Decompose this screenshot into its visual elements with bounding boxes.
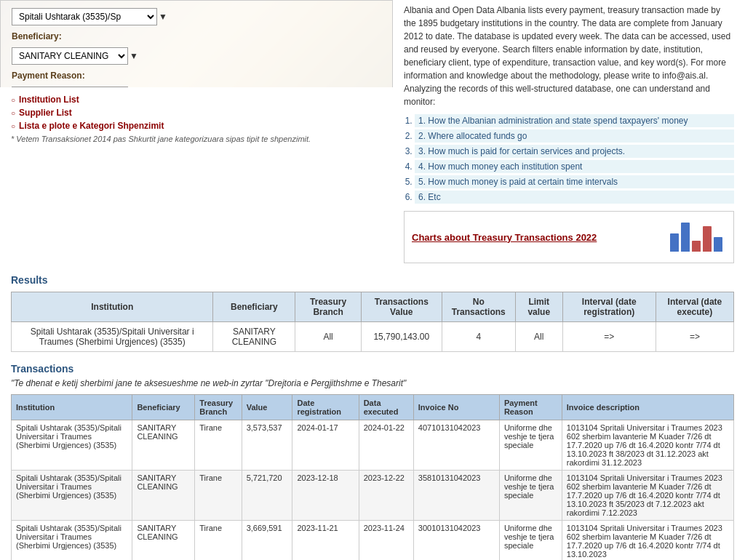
col-transactions-value: Transactions Value [361, 292, 442, 322]
col-treasury-branch: Treasury Branch [295, 292, 362, 322]
beneficiary-label: Beneficiary: [12, 31, 62, 41]
beneficiary-dropdown-icon: ▼ [130, 51, 138, 61]
result-value: 15,790,143.00 [361, 322, 442, 352]
supplier-list-link[interactable]: Supplier List [19, 108, 72, 118]
table-row: Spitali Ushtarak (3535)/Spitali Universi… [12, 420, 734, 471]
note-text: * Vetem Transaksionet 2014 pas Shkurtit … [11, 135, 382, 143]
col-interval-exec: Interval (date execute) [656, 292, 733, 322]
table-row: Spitali Ushtarak (3535)/Spitali Universi… [12, 471, 734, 521]
trans-col-invoice: Invoice No [413, 395, 499, 420]
col-interval-reg: Interval (date registration) [562, 292, 656, 322]
bullet-icon: ○ [11, 122, 15, 130]
chart-bar-1 [670, 233, 679, 252]
trans-institution: Spitali Ushtarak (3535)/Spitali Universi… [12, 420, 132, 471]
trans-invoice: 30010131042023 [413, 521, 499, 561]
right-panel: Albania and Open Data Albania lists ever… [393, 0, 745, 267]
trans-invoice: 35810131042023 [413, 471, 499, 521]
trans-date-reg: 2023-11-21 [292, 521, 359, 561]
trans-value: 3,573,537 [242, 420, 292, 471]
results-table: Institution Beneficiary Treasury Branch … [11, 292, 734, 352]
beneficiary-select[interactable]: SANITARY CLEANING [12, 47, 128, 65]
supplier-list-item: ○ Supplier List [11, 108, 382, 118]
trans-desc: 1013104 Spritali Universitar i Traumes 2… [562, 420, 733, 471]
trans-col-value: Value [242, 395, 292, 420]
info-list-item: 1. How the Albanian administration and s… [415, 114, 734, 127]
category-list-link[interactable]: Lista e plote e Kategori Shpenzimit [19, 121, 164, 131]
mini-chart [666, 219, 726, 255]
trans-payment-reason: Uniforme dhe veshje te tjera speciale [499, 521, 562, 561]
trans-col-beneficiary: Beneficiary [132, 395, 195, 420]
chart-bar-5 [714, 237, 722, 252]
results-title: Results [11, 274, 734, 286]
trans-desc: 1013104 Spritali Universitar i Traumes 2… [562, 471, 733, 521]
payment-reason-label: Payment Reason: [12, 71, 85, 81]
trans-date-reg: 2024-01-17 [292, 420, 359, 471]
col-limit-value: Limit value [515, 292, 562, 322]
bullet-icon: ○ [11, 109, 15, 117]
hero-image: Spitali Ushtarak (3535)/Sp ▼ Beneficiary… [0, 0, 393, 87]
info-list-item: 3. How much is paid for certain services… [415, 145, 734, 158]
table-row: Spitali Ushtarak (3535)/Spitali Universi… [12, 521, 734, 561]
table-row: Spitali Ushtarak (3535)/Spitali Universi… [12, 322, 734, 352]
trans-branch: Tirane [195, 420, 242, 471]
trans-payment-reason: Uniforme dhe veshje te tjera speciale [499, 471, 562, 521]
result-institution: Spitali Ushtarak (3535)/Spitali Universi… [12, 322, 213, 352]
info-list-item: 5. How much money is paid at certain tim… [415, 175, 734, 188]
trans-date-exec: 2024-01-22 [359, 420, 413, 471]
trans-col-date-exec: Data executed [359, 395, 413, 420]
transactions-section: Transactions "Te dhenat e ketij sherbimi… [0, 359, 745, 560]
info-list-item: 2. Where allocated funds go [415, 129, 734, 143]
result-interval-exec: => [656, 322, 733, 352]
institution-list-item: ○ Institution List [11, 95, 382, 105]
trans-col-institution: Institution [12, 395, 132, 420]
institution-select[interactable]: Spitali Ushtarak (3535)/Sp [12, 8, 157, 25]
trans-date-exec: 2023-11-24 [359, 521, 413, 561]
results-section: Results Institution Beneficiary Treasury… [0, 267, 745, 359]
category-list-item: ○ Lista e plote e Kategori Shpenzimit [11, 121, 382, 131]
trans-payment-reason: Uniforme dhe veshje te tjera speciale [499, 420, 562, 471]
chart-bar-2 [681, 223, 690, 252]
info-text: Albania and Open Data Albania lists ever… [404, 4, 734, 108]
chart-bar-4 [703, 226, 712, 252]
trans-branch: Tirane [195, 521, 242, 561]
trans-col-branch: Treasury Branch [195, 395, 242, 420]
institution-list-link[interactable]: Institution List [19, 95, 79, 105]
trans-col-date-reg: Date registration [292, 395, 359, 420]
col-institution: Institution [12, 292, 213, 322]
chart-bar-3 [692, 241, 701, 252]
result-limit: All [515, 322, 562, 352]
result-interval-reg: => [562, 322, 656, 352]
institution-dropdown-icon: ▼ [159, 12, 167, 22]
trans-invoice: 40710131042023 [413, 420, 499, 471]
result-no-trans: 4 [442, 322, 515, 352]
trans-col-payment: Payment Reason [499, 395, 562, 420]
transactions-table: Institution Beneficiary Treasury Branch … [11, 394, 734, 560]
result-branch: All [295, 322, 362, 352]
trans-date-reg: 2023-12-18 [292, 471, 359, 521]
trans-col-desc: Invoice description [562, 395, 733, 420]
charts-section: Charts about Treasury Transactions 2022 [404, 211, 734, 263]
col-beneficiary: Beneficiary [213, 292, 295, 322]
info-list-item: 4. How much money each institution spent [415, 160, 734, 173]
trans-date-exec: 2023-12-22 [359, 471, 413, 521]
trans-branch: Tirane [195, 471, 242, 521]
trans-beneficiary: SANITARY CLEANING [132, 420, 195, 471]
trans-value: 5,721,720 [242, 471, 292, 521]
trans-institution: Spitali Ushtarak (3535)/Spitali Universi… [12, 521, 132, 561]
trans-value: 3,669,591 [242, 521, 292, 561]
trans-institution: Spitali Ushtarak (3535)/Spitali Universi… [12, 471, 132, 521]
payment-reason-select[interactable]: Select Payment Reason [12, 87, 128, 87]
charts-link[interactable]: Charts about Treasury Transactions 2022 [412, 232, 666, 243]
transactions-subtitle: "Te dhenat e ketij sherbimi jane te akse… [11, 378, 734, 388]
info-list: 1. How the Albanian administration and s… [415, 114, 734, 204]
col-no-transactions: No Transactions [442, 292, 515, 322]
trans-beneficiary: SANITARY CLEANING [132, 521, 195, 561]
info-list-item: 6. Etc [415, 191, 734, 204]
trans-beneficiary: SANITARY CLEANING [132, 471, 195, 521]
links-section: ○ Institution List ○ Supplier List ○ Lis… [0, 87, 393, 151]
transactions-title: Transactions [11, 363, 734, 375]
bullet-icon: ○ [11, 96, 15, 104]
trans-desc: 1013104 Spritali Universitar i Traumes 2… [562, 521, 733, 561]
result-beneficiary: SANITARY CLEANING [213, 322, 295, 352]
